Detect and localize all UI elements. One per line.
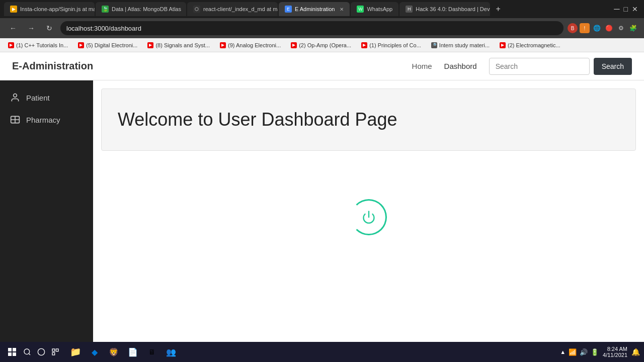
bookmark-3-label: (8) Signals and Syst... (155, 42, 210, 48)
patient-icon (10, 93, 20, 103)
tab-bar: ▶ Insta-clone-app/Signin.js at maste... … (0, 0, 644, 18)
bookmark-3-favicon: ▶ (147, 42, 153, 48)
tab-2-favicon: 🍃 (102, 6, 109, 13)
nav-search: Search (489, 58, 632, 75)
tab-4-close[interactable]: ✕ (340, 7, 344, 12)
tab-1[interactable]: ▶ Insta-clone-app/Signin.js at maste... (4, 2, 95, 16)
nav-links: Home Dashbord Search (412, 58, 632, 75)
ext3-icon[interactable]: ⚙ (616, 23, 626, 33)
refresh-button[interactable]: ↻ (42, 21, 56, 35)
tab-3[interactable]: ⬡ react-client/_index_d_md at mast... (187, 2, 278, 16)
search-button[interactable]: Search (594, 58, 632, 75)
address-bar[interactable]: localhost:3000/dashboard (60, 21, 564, 35)
bookmark-8[interactable]: ▶ (2) Electromagnetic... (496, 41, 565, 49)
app-brand: E-Administration (12, 60, 93, 72)
bookmark-3[interactable]: ▶ (8) Signals and Syst... (143, 41, 214, 49)
bookmark-5[interactable]: ▶ (2) Op-Amp (Opera... (287, 41, 355, 49)
window-controls: ─ □ ✕ (614, 5, 640, 14)
bookmark-4-label: (9) Analog Electroni... (228, 42, 281, 48)
app-navbar: E-Administration Home Dashbord Search (0, 52, 644, 80)
bookmark-4[interactable]: ▶ (9) Analog Electroni... (216, 41, 285, 49)
brave-icon[interactable]: B (568, 23, 578, 33)
bookmark-1-favicon: ▶ (8, 42, 14, 48)
bookmark-7[interactable]: 🔎 Intern study materi... (427, 41, 494, 49)
pharmacy-icon (10, 115, 20, 125)
address-text: localhost:3000/dashboard (66, 25, 141, 32)
tab-5[interactable]: W WhatsApp (351, 2, 398, 16)
bookmark-6-label: (1) Principles of Co... (369, 42, 421, 48)
bookmark-6-favicon: ▶ (361, 42, 367, 48)
tab-3-favicon: ⬡ (193, 6, 200, 13)
tab-4-favicon: E (285, 6, 292, 13)
extension-icons: B ! 🌐 🔴 ⚙ 🧩 (568, 23, 638, 33)
bookmark-5-label: (2) Op-Amp (Opera... (299, 42, 351, 48)
new-tab-button[interactable]: + (491, 2, 505, 16)
power-icon-circle[interactable] (351, 199, 387, 235)
bookmark-1-label: (1) C++ Tutorials In... (16, 42, 68, 48)
app-wrapper: E-Administration Home Dashbord Search Pa… (0, 52, 644, 342)
svg-point-0 (14, 94, 17, 98)
main-content: Welcome to User Dashboard Page (93, 80, 644, 342)
back-button[interactable]: ← (6, 21, 20, 35)
bookmark-6[interactable]: ▶ (1) Principles of Co... (357, 41, 425, 49)
tab-4-label: E Administration (295, 6, 335, 12)
welcome-title: Welcome to User Dashboard Page (118, 109, 619, 130)
welcome-banner: Welcome to User Dashboard Page (101, 88, 636, 151)
sidebar-item-patient[interactable]: Patient (0, 86, 93, 109)
bookmark-2-favicon: ▶ (78, 42, 84, 48)
search-input[interactable] (489, 58, 590, 75)
tab-5-favicon: W (357, 6, 364, 13)
bookmark-8-favicon: ▶ (500, 42, 506, 48)
bookmark-7-label: Intern study materi... (439, 42, 490, 48)
close-button[interactable]: ✕ (632, 5, 638, 13)
nav-home[interactable]: Home (412, 62, 432, 70)
tab-6-label: Hack 36 4.0: Dashboard | Devfolio (416, 6, 490, 12)
bookmark-8-label: (2) Electromagnetic... (508, 42, 560, 48)
bookmark-1[interactable]: ▶ (1) C++ Tutorials In... (4, 41, 72, 49)
sidebar-pharmacy-label: Pharmacy (26, 116, 60, 124)
power-symbol (362, 210, 376, 224)
browser-chrome: ▶ Insta-clone-app/Signin.js at maste... … (0, 0, 644, 52)
sidebar: Patient Pharmacy (0, 80, 93, 342)
bookmarks-bar: ▶ (1) C++ Tutorials In... ▶ (5) Digital … (0, 38, 644, 52)
ext2-icon[interactable]: 🔴 (604, 23, 614, 33)
alert-icon[interactable]: ! (580, 23, 590, 33)
minimize-button[interactable]: ─ (614, 5, 619, 14)
tab-6[interactable]: H Hack 36 4.0: Dashboard | Devfolio (399, 2, 490, 16)
tab-5-label: WhatsApp (367, 6, 392, 12)
tab-1-favicon: ▶ (10, 6, 17, 13)
bookmark-4-favicon: ▶ (220, 42, 226, 48)
bookmark-7-favicon: 🔎 (431, 42, 437, 48)
ext4-icon[interactable]: 🧩 (628, 23, 638, 33)
content-area: Patient Pharmacy Welcome to User Dashboa… (0, 80, 644, 342)
maximize-button[interactable]: □ (624, 5, 628, 13)
sidebar-patient-label: Patient (26, 94, 50, 102)
tab-3-label: react-client/_index_d_md at mast... (203, 6, 278, 12)
tab-6-favicon: H (406, 6, 413, 13)
tab-2[interactable]: 🍃 Data | Atlas: MongoDB Atlas (96, 2, 186, 16)
browser-controls: ← → ↻ localhost:3000/dashboard B ! 🌐 🔴 ⚙… (0, 18, 644, 38)
ext1-icon[interactable]: 🌐 (592, 23, 602, 33)
tab-2-label: Data | Atlas: MongoDB Atlas (112, 6, 181, 12)
tab-4[interactable]: E E Administration ✕ (279, 2, 350, 16)
bookmark-2-label: (5) Digital Electroni... (86, 42, 137, 48)
power-icon-area (101, 199, 636, 235)
sidebar-item-pharmacy[interactable]: Pharmacy (0, 109, 93, 131)
bookmark-2[interactable]: ▶ (5) Digital Electroni... (74, 41, 141, 49)
nav-dashboard[interactable]: Dashbord (444, 62, 477, 70)
tab-1-label: Insta-clone-app/Signin.js at maste... (20, 6, 95, 12)
forward-button[interactable]: → (24, 21, 38, 35)
bookmark-5-favicon: ▶ (291, 42, 297, 48)
